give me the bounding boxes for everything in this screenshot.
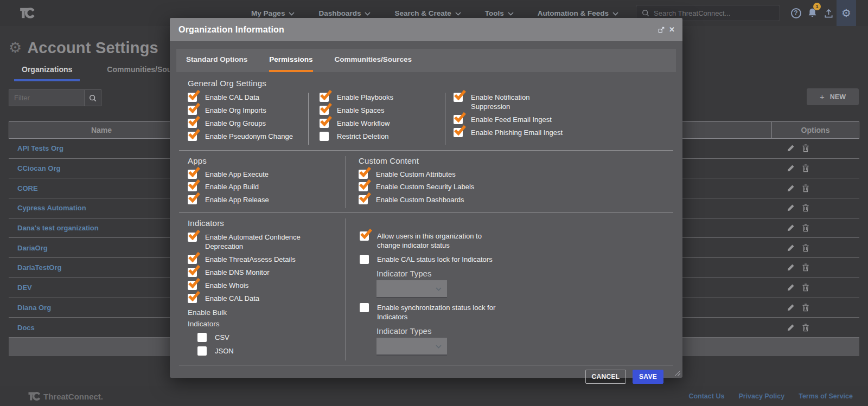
delete-trash-icon[interactable] — [802, 324, 809, 332]
checkbox-item-enable-custom-attributes[interactable]: Enable Custom Attributes — [359, 170, 474, 179]
new-button[interactable]: + NEW — [807, 88, 859, 105]
checkbox-item-enable-synchronization-status-lock-for-indicators[interactable]: Enable synchronization status lock for I… — [360, 303, 506, 322]
org-name-link[interactable]: Dana's test organization — [9, 224, 99, 232]
checkbox-checked-icon[interactable] — [188, 170, 197, 179]
checkbox-item-csv[interactable]: CSV — [197, 333, 346, 343]
checkbox-checked-icon[interactable] — [188, 281, 197, 290]
checkbox-item-enable-spaces[interactable]: Enable Spaces — [320, 106, 445, 115]
checkbox-item-enable-phishing-email-ingest[interactable]: Enable Phishing Email Ingest — [454, 128, 569, 138]
org-name-link[interactable]: Cypress Automation — [9, 204, 86, 212]
org-name-link[interactable]: Docs — [9, 324, 35, 332]
checkbox-checked-icon[interactable] — [320, 93, 329, 102]
checkbox-item-enable-app-execute[interactable]: Enable App Execute — [188, 170, 346, 179]
checkbox-checked-icon[interactable] — [360, 231, 369, 241]
edit-pencil-icon[interactable] — [787, 224, 795, 232]
checkbox-checked-icon[interactable] — [454, 128, 463, 137]
delete-trash-icon[interactable] — [802, 224, 809, 232]
checkbox-item-enable-playbooks[interactable]: Enable Playbooks — [320, 93, 445, 102]
edit-pencil-icon[interactable] — [787, 144, 795, 152]
page-tab-organizations[interactable]: Organizations — [14, 65, 80, 81]
edit-pencil-icon[interactable] — [787, 263, 795, 272]
delete-trash-icon[interactable] — [802, 263, 809, 272]
checkbox-item-restrict-deletion[interactable]: Restrict Deletion — [320, 132, 445, 141]
edit-pencil-icon[interactable] — [787, 164, 795, 172]
checkbox-checked-icon[interactable] — [188, 255, 197, 264]
checkbox-item-enable-org-groups[interactable]: Enable Org Groups — [188, 119, 308, 128]
edit-pencil-icon[interactable] — [787, 283, 795, 292]
checkbox-unchecked-icon[interactable] — [320, 132, 329, 141]
modal-header[interactable]: Organization Information ✕ — [170, 18, 682, 41]
help-icon[interactable]: ? — [788, 0, 804, 26]
checkbox-item-enable-automated-confidence-deprecation[interactable]: Enable Automated Confidence Deprecation — [188, 233, 346, 252]
org-name-link[interactable]: CCiocan Org — [9, 164, 60, 172]
footer-link-privacy-policy[interactable]: Privacy Policy — [738, 392, 784, 400]
checkbox-checked-icon[interactable] — [188, 268, 197, 277]
checkbox-item-enable-cal-data[interactable]: Enable CAL Data — [188, 294, 346, 304]
checkbox-item-enable-workflow[interactable]: Enable Workflow — [320, 119, 445, 128]
notifications-bell-icon[interactable]: 1 — [804, 0, 820, 26]
org-name-link[interactable]: Diana Org — [9, 304, 51, 312]
checkbox-unchecked-icon[interactable] — [197, 333, 207, 342]
checkbox-checked-icon[interactable] — [454, 115, 463, 124]
modal-tab-permissions[interactable]: Permissions — [269, 49, 312, 72]
checkbox-checked-icon[interactable] — [359, 170, 368, 179]
upload-icon[interactable] — [820, 0, 837, 26]
checkbox-checked-icon[interactable] — [320, 119, 329, 128]
checkbox-checked-icon[interactable] — [359, 195, 368, 204]
filter-search-button[interactable] — [85, 89, 101, 106]
checkbox-item-enable-cal-data[interactable]: Enable CAL Data — [188, 93, 308, 102]
settings-gear-icon[interactable]: ⚙ — [837, 0, 856, 26]
checkbox-unchecked-icon[interactable] — [197, 346, 207, 356]
indicator-types-select[interactable] — [376, 338, 447, 356]
threatconnect-logo-icon[interactable] — [18, 7, 36, 19]
nav-item-tools[interactable]: Tools — [485, 9, 514, 17]
footer-link-terms-of-service[interactable]: Terms of Service — [799, 392, 853, 400]
popout-icon[interactable] — [658, 27, 665, 33]
checkbox-checked-icon[interactable] — [188, 233, 197, 242]
checkbox-item-enable-app-build[interactable]: Enable App Build — [188, 182, 346, 192]
checkbox-item-enable-cal-status-lock-for-indicators[interactable]: Enable CAL status lock for Indicators — [360, 255, 506, 265]
edit-pencil-icon[interactable] — [787, 244, 795, 252]
checkbox-checked-icon[interactable] — [188, 195, 197, 204]
org-name-link[interactable]: CORE — [9, 184, 38, 192]
org-name-link[interactable]: DEV — [9, 283, 32, 292]
checkbox-unchecked-icon[interactable] — [360, 255, 369, 264]
nav-item-dashboards[interactable]: Dashboards — [318, 9, 371, 17]
edit-pencil-icon[interactable] — [787, 304, 795, 312]
checkbox-checked-icon[interactable] — [188, 132, 197, 141]
checkbox-checked-icon[interactable] — [454, 93, 463, 102]
indicator-types-select[interactable] — [376, 280, 447, 298]
checkbox-item-enable-org-imports[interactable]: Enable Org Imports — [188, 106, 308, 115]
filter-input[interactable] — [9, 89, 85, 106]
modal-tab-communities-sources[interactable]: Communities/Sources — [335, 49, 412, 72]
delete-trash-icon[interactable] — [802, 164, 809, 172]
checkbox-item-json[interactable]: JSON — [197, 346, 346, 356]
org-name-link[interactable]: DariaTestOrg — [9, 263, 61, 272]
delete-trash-icon[interactable] — [802, 304, 809, 312]
nav-item-my-pages[interactable]: My Pages — [251, 9, 295, 17]
name-column-header[interactable]: Name — [9, 122, 194, 138]
footer-link-contact-us[interactable]: Contact Us — [688, 392, 724, 400]
checkbox-item-enable-threatassess-details[interactable]: Enable ThreatAssess Details — [188, 255, 346, 265]
checkbox-checked-icon[interactable] — [188, 119, 197, 128]
checkbox-checked-icon[interactable] — [320, 106, 329, 115]
save-button[interactable]: SAVE — [633, 370, 663, 384]
modal-tab-standard-options[interactable]: Standard Options — [186, 49, 247, 72]
checkbox-checked-icon[interactable] — [359, 182, 368, 191]
checkbox-item-enable-app-release[interactable]: Enable App Release — [188, 195, 346, 205]
delete-trash-icon[interactable] — [802, 244, 809, 252]
nav-item-automation-feeds[interactable]: Automation & Feeds — [538, 9, 618, 17]
checkbox-item-enable-feed-email-ingest[interactable]: Enable Feed Email Ingest — [454, 115, 569, 125]
global-search-input[interactable] — [654, 9, 774, 17]
checkbox-item-enable-pseudonym-change[interactable]: Enable Pseudonym Change — [188, 132, 308, 141]
close-icon[interactable]: ✕ — [669, 26, 675, 33]
checkbox-item-enable-whois[interactable]: Enable Whois — [188, 281, 346, 291]
nav-item-search-create[interactable]: Search & Create — [394, 9, 461, 17]
checkbox-item-enable-custom-dashboards[interactable]: Enable Custom Dashboards — [359, 195, 474, 205]
org-name-link[interactable]: API Tests Org — [9, 144, 63, 152]
cancel-button[interactable]: CANCEL — [585, 370, 626, 384]
delete-trash-icon[interactable] — [802, 204, 809, 212]
delete-trash-icon[interactable] — [802, 283, 809, 292]
edit-pencil-icon[interactable] — [787, 204, 795, 212]
edit-pencil-icon[interactable] — [787, 184, 795, 192]
